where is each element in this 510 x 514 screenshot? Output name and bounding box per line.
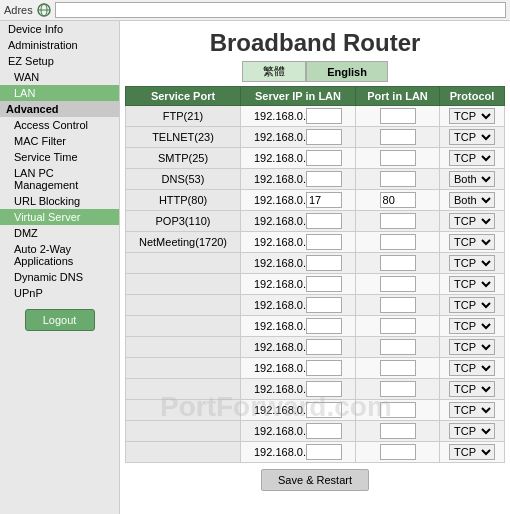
protocol-select[interactable]: TCPUDPBoth (449, 213, 495, 229)
port-in-lan-input[interactable] (380, 318, 416, 334)
protocol-select[interactable]: TCPUDPBoth (449, 297, 495, 313)
sidebar-item-dmz[interactable]: DMZ (0, 225, 119, 241)
sidebar-item-dynamic-dns[interactable]: Dynamic DNS (0, 269, 119, 285)
table-row: 192.168.0.TCPUDPBoth (126, 274, 505, 295)
ip-last-input[interactable] (306, 402, 342, 418)
protocol-select[interactable]: TCPUDPBoth (449, 192, 495, 208)
protocol-select[interactable]: TCPUDPBoth (449, 423, 495, 439)
lang-english[interactable]: English (306, 61, 388, 82)
main-content: Broadband Router 繁體 English Service Port… (120, 21, 510, 514)
protocol-cell: TCPUDPBoth (440, 127, 505, 148)
port-in-lan-input[interactable] (380, 360, 416, 376)
page-title: Broadband Router (120, 21, 510, 61)
ip-last-input[interactable] (306, 381, 342, 397)
ip-prefix: 192.168.0. (254, 383, 306, 395)
sidebar-item-ez-setup[interactable]: EZ Setup (0, 53, 119, 69)
lang-chinese[interactable]: 繁體 (242, 61, 306, 82)
ip-prefix: 192.168.0. (254, 110, 306, 122)
service-cell: TELNET(23) (126, 127, 241, 148)
service-cell (126, 253, 241, 274)
port-in-lan-input[interactable] (380, 297, 416, 313)
port-in-lan-input[interactable] (380, 423, 416, 439)
ip-last-input[interactable] (306, 360, 342, 376)
ip-last-input[interactable] (306, 255, 342, 271)
port-in-lan-input[interactable] (380, 339, 416, 355)
port-in-lan-cell (355, 190, 439, 211)
ip-last-input[interactable] (306, 129, 342, 145)
protocol-select[interactable]: TCPUDPBoth (449, 150, 495, 166)
ip-last-input[interactable] (306, 171, 342, 187)
port-in-lan-input[interactable] (380, 108, 416, 124)
port-in-lan-input[interactable] (380, 276, 416, 292)
sidebar-item-virtual-server[interactable]: Virtual Server (0, 209, 119, 225)
ip-prefix: 192.168.0. (254, 173, 306, 185)
port-in-lan-input[interactable] (380, 150, 416, 166)
ip-last-input[interactable] (306, 276, 342, 292)
ip-cell: 192.168.0. (241, 295, 356, 316)
sidebar-item-service-time[interactable]: Service Time (0, 149, 119, 165)
save-restart-button[interactable]: Save & Restart (261, 469, 369, 491)
ip-last-input[interactable] (306, 444, 342, 460)
col-server-ip: Server IP in LAN (241, 87, 356, 106)
protocol-cell: TCPUDPBoth (440, 253, 505, 274)
protocol-select[interactable]: TCPUDPBoth (449, 381, 495, 397)
sidebar-section-advanced: Advanced (0, 101, 119, 117)
protocol-select[interactable]: TCPUDPBoth (449, 129, 495, 145)
protocol-select[interactable]: TCPUDPBoth (449, 339, 495, 355)
protocol-select[interactable]: TCPUDPBoth (449, 402, 495, 418)
protocol-select[interactable]: TCPUDPBoth (449, 360, 495, 376)
logout-button[interactable]: Logout (25, 309, 95, 331)
port-in-lan-input[interactable] (380, 234, 416, 250)
sidebar-item-access-control[interactable]: Access Control (0, 117, 119, 133)
ip-last-input[interactable] (306, 213, 342, 229)
sidebar-item-lan-pc-management[interactable]: LAN PC Management (0, 165, 119, 193)
ip-cell: 192.168.0. (241, 316, 356, 337)
protocol-select[interactable]: TCPUDPBoth (449, 255, 495, 271)
protocol-select[interactable]: TCPUDPBoth (449, 108, 495, 124)
protocol-select[interactable]: TCPUDPBoth (449, 444, 495, 460)
port-in-lan-cell (355, 274, 439, 295)
ip-last-input[interactable] (306, 192, 342, 208)
sidebar-item-wan[interactable]: WAN (0, 69, 119, 85)
port-in-lan-input[interactable] (380, 213, 416, 229)
table-row: 192.168.0.TCPUDPBoth (126, 295, 505, 316)
sidebar-item-auto-2way[interactable]: Auto 2-Way Applications (0, 241, 119, 269)
ip-last-input[interactable] (306, 297, 342, 313)
table-row: 192.168.0.TCPUDPBoth (126, 337, 505, 358)
port-in-lan-cell (355, 148, 439, 169)
sidebar-item-device-info[interactable]: Device Info (0, 21, 119, 37)
sidebar-item-lan[interactable]: LAN (0, 85, 119, 101)
protocol-select[interactable]: TCPUDPBoth (449, 234, 495, 250)
ip-cell: 192.168.0. (241, 400, 356, 421)
port-in-lan-input[interactable] (380, 192, 416, 208)
sidebar: Device Info Administration EZ Setup WAN … (0, 21, 120, 514)
protocol-select[interactable]: TCPUDPBoth (449, 318, 495, 334)
ip-last-input[interactable] (306, 339, 342, 355)
port-in-lan-input[interactable] (380, 255, 416, 271)
col-protocol: Protocol (440, 87, 505, 106)
port-in-lan-input[interactable] (380, 381, 416, 397)
service-cell (126, 358, 241, 379)
ip-last-input[interactable] (306, 108, 342, 124)
ip-prefix: 192.168.0. (254, 215, 306, 227)
port-in-lan-input[interactable] (380, 171, 416, 187)
ip-last-input[interactable] (306, 150, 342, 166)
port-in-lan-cell (355, 337, 439, 358)
protocol-select[interactable]: TCPUDPBoth (449, 171, 495, 187)
ip-last-input[interactable] (306, 423, 342, 439)
sidebar-item-upnp[interactable]: UPnP (0, 285, 119, 301)
ip-last-input[interactable] (306, 318, 342, 334)
protocol-cell: TCPUDPBoth (440, 190, 505, 211)
address-input[interactable]: http://192.168.0.1 (55, 2, 506, 18)
protocol-select[interactable]: TCPUDPBoth (449, 276, 495, 292)
ip-last-input[interactable] (306, 234, 342, 250)
port-in-lan-input[interactable] (380, 444, 416, 460)
sidebar-item-mac-filter[interactable]: MAC Filter (0, 133, 119, 149)
port-in-lan-input[interactable] (380, 402, 416, 418)
sidebar-item-url-blocking[interactable]: URL Blocking (0, 193, 119, 209)
port-in-lan-input[interactable] (380, 129, 416, 145)
sidebar-item-administration[interactable]: Administration (0, 37, 119, 53)
table-row: NetMeeting(1720)192.168.0.TCPUDPBoth (126, 232, 505, 253)
protocol-cell: TCPUDPBoth (440, 400, 505, 421)
ip-cell: 192.168.0. (241, 232, 356, 253)
